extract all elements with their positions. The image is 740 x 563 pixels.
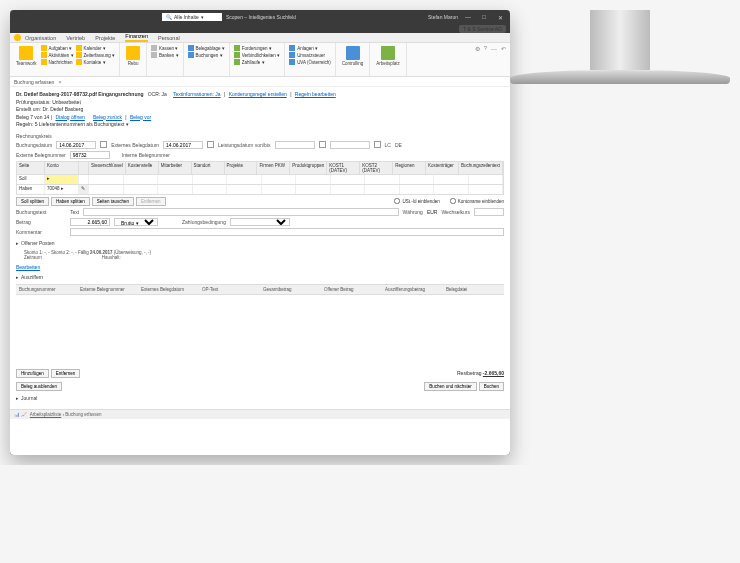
brutto-select[interactable]: Brutto ▾ (114, 218, 158, 226)
close-button[interactable]: ✕ (494, 14, 506, 21)
kassen-button[interactable]: Kassen ▾ (151, 45, 179, 51)
wechselkurs-input[interactable] (474, 208, 504, 216)
verbindlichkeiten-button[interactable]: Verbindlichkeiten ▾ (234, 52, 280, 58)
nachrichten-button[interactable]: Nachrichten (41, 59, 74, 65)
aktivitaeten-button[interactable]: Aktivitäten ▾ (41, 52, 74, 58)
controlling-button[interactable]: Controlling (340, 45, 366, 67)
statusbar: 📊 📈 Arbeitsplatzliste › Buchung erfassen (10, 409, 510, 419)
breadcrumb[interactable]: Arbeitsplatzliste › Buchung erfassen (30, 412, 102, 417)
umsatzsteuer-button[interactable]: Umsatzsteuer (289, 52, 331, 58)
kontoname-checkbox[interactable]: Kontoname einblenden (450, 198, 504, 204)
ausziffern-section[interactable]: Ausziffern (16, 274, 504, 280)
rebu-button[interactable]: Rebu (124, 45, 142, 67)
kontakte-button[interactable]: Kontakte ▾ (76, 59, 116, 65)
ribbon: Teamwork Aufgaben ▾ Aktivitäten ▾ Nachri… (10, 43, 510, 77)
ausziffern-grid-header: BuchungsnummerExterne BelegnummerExterne… (16, 284, 504, 295)
buchen-button[interactable]: Buchen (479, 382, 504, 391)
belegablage-button[interactable]: Belegablage ▾ (188, 45, 225, 51)
entfernen-button[interactable]: Entfernen (51, 369, 81, 378)
textinfo-link[interactable]: Textinformationen: Ja (173, 91, 221, 97)
ust-checkbox[interactable]: USt.-Id einblenden (394, 198, 439, 204)
beleg-back-link[interactable]: Beleg zurück (93, 114, 122, 120)
global-search[interactable]: 🔍Alle Inhalte▾ (162, 13, 222, 21)
tab-buchung-erfassen[interactable]: Buchung erfassen (14, 79, 54, 85)
calendar-icon[interactable] (207, 141, 214, 148)
buchungstext-input[interactable] (83, 208, 398, 216)
buchungsdatum-input[interactable] (56, 141, 96, 149)
more-icon[interactable]: ⋯ (491, 45, 497, 52)
titlebar: 🔍Alle Inhalte▾ Scopen – Intelligentes Su… (10, 10, 510, 24)
regeln-link[interactable]: Regeln bearbeiten (295, 91, 336, 97)
search-icon: 🔍 (166, 14, 172, 20)
leistung-von-input[interactable] (275, 141, 315, 149)
ausziffern-grid[interactable] (16, 295, 504, 365)
collapse-ribbon-icon[interactable]: ↶ (501, 45, 506, 52)
calendar-icon[interactable] (374, 141, 381, 148)
kontierung-link[interactable]: Kontierungsregel erstellen (229, 91, 287, 97)
buchen-next-button[interactable]: Buchen und nächster (424, 382, 477, 391)
entfernen-button[interactable]: Entfernen (136, 197, 166, 206)
help-icon[interactable]: ? (484, 45, 487, 52)
menu-finanzen[interactable]: Finanzen (125, 33, 148, 42)
betrag-input[interactable] (70, 218, 110, 226)
settings-icon[interactable]: ⚙ (475, 45, 480, 52)
rechnungskreis-label: Rechnungskreis (16, 133, 52, 139)
calendar-icon[interactable] (319, 141, 326, 148)
bearbeiten-link[interactable]: Bearbeiten (16, 264, 40, 270)
menu-organisation[interactable]: Organisation (25, 35, 56, 41)
table-row[interactable]: Haben 70048 ▸ ✎ (16, 185, 504, 195)
teamwork-button[interactable]: Teamwork (14, 45, 39, 67)
beleg-ausblenden-button[interactable]: Beleg ausblenden (16, 382, 62, 391)
beleg-fwd-link[interactable]: Beleg vor (130, 114, 151, 120)
document-header: Dr. Detlef Basberg-2017-98732.pdf Eingan… (16, 91, 504, 129)
aufgaben-button[interactable]: Aufgaben ▾ (41, 45, 74, 51)
haben-splitten-button[interactable]: Haben splitten (51, 197, 90, 206)
leistung-bis-input[interactable] (330, 141, 370, 149)
user-name[interactable]: Stefan Maron (428, 14, 458, 20)
dialog-link[interactable]: Dialog öffnen (55, 114, 84, 120)
close-tab-icon[interactable]: × (58, 79, 62, 85)
menu-personal[interactable]: Personal (158, 35, 180, 41)
zeiterfassung-button[interactable]: Zeiterfassung ▾ (76, 52, 116, 58)
anlagen-button[interactable]: Anlagen ▾ (289, 45, 331, 51)
menu-vertrieb[interactable]: Vertrieb (66, 35, 85, 41)
table-row[interactable]: Soll ▸ (16, 175, 504, 185)
main-menu: Organisation Vertrieb Projekte Finanzen … (10, 33, 510, 43)
offener-posten-section[interactable]: Offener Posten (16, 240, 504, 246)
app-title: Scopen – Intelligentes Suchfeld (226, 14, 296, 20)
buchungen-button[interactable]: Buchungen ▾ (188, 52, 225, 58)
menu-projekte[interactable]: Projekte (95, 35, 115, 41)
soll-splitten-button[interactable]: Soll splitten (16, 197, 49, 206)
hinzufuegen-button[interactable]: Hinzufügen (16, 369, 49, 378)
journal-section[interactable]: Journal (16, 395, 504, 401)
booking-table-header: Seite Konto SteuerschlüsselKostenstelleM… (16, 161, 504, 175)
seiten-tauschen-button[interactable]: Seiten tauschen (92, 197, 134, 206)
calendar-icon[interactable] (100, 141, 107, 148)
uva-button[interactable]: UVA (Österreich) (289, 59, 331, 65)
kommentar-input[interactable] (70, 228, 504, 236)
maximize-button[interactable]: □ (478, 14, 490, 20)
zahlungsbedingung-select[interactable] (230, 218, 290, 226)
banken-button[interactable]: Banken ▾ (151, 52, 179, 58)
company-name: T & S Service AG (459, 25, 506, 33)
restbetrag-value: -2.665,60 (483, 370, 504, 376)
forderungen-button[interactable]: Forderungen ▾ (234, 45, 280, 51)
zahllaeufe-button[interactable]: Zahllaufe ▾ (234, 59, 280, 65)
minimize-button[interactable]: — (462, 14, 474, 20)
kalender-button[interactable]: Kalender ▾ (76, 45, 116, 51)
ext-belegdatum-input[interactable] (163, 141, 203, 149)
ext-belegnummer-input[interactable] (70, 151, 110, 159)
app-icon[interactable] (14, 34, 21, 41)
arbeitsplatz-button[interactable]: Arbeitsplatz (374, 45, 402, 67)
